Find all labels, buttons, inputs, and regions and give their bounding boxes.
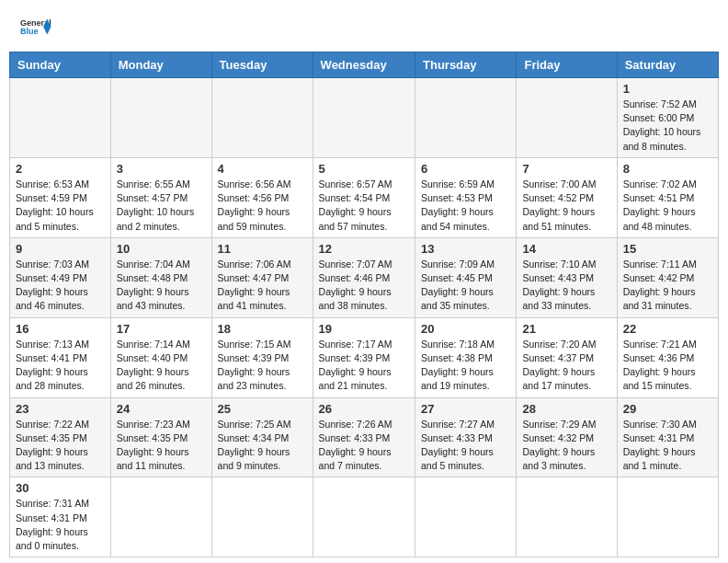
- calendar-day-cell: [110, 477, 211, 557]
- day-info: Sunrise: 7:22 AM Sunset: 4:35 PM Dayligh…: [16, 418, 105, 474]
- day-number: 11: [218, 242, 307, 256]
- calendar-day-cell: 13Sunrise: 7:09 AM Sunset: 4:45 PM Dayli…: [415, 237, 517, 317]
- calendar-day-cell: [415, 477, 517, 557]
- day-number: 28: [522, 402, 610, 416]
- calendar-day-cell: 19Sunrise: 7:17 AM Sunset: 4:39 PM Dayli…: [313, 317, 415, 397]
- calendar-day-cell: 22Sunrise: 7:21 AM Sunset: 4:36 PM Dayli…: [617, 317, 718, 397]
- calendar-day-cell: [617, 477, 718, 557]
- day-of-week-header: Tuesday: [211, 52, 313, 78]
- day-number: 20: [421, 322, 510, 336]
- calendar-day-cell: 18Sunrise: 7:15 AM Sunset: 4:39 PM Dayli…: [211, 317, 313, 397]
- calendar-table: SundayMondayTuesdayWednesdayThursdayFrid…: [9, 52, 719, 557]
- day-info: Sunrise: 7:29 AM Sunset: 4:32 PM Dayligh…: [522, 418, 610, 474]
- calendar-week-row: 9Sunrise: 7:03 AM Sunset: 4:49 PM Daylig…: [10, 237, 719, 317]
- generalblue-logo-icon: General Blue: [18, 14, 51, 40]
- calendar-week-row: 2Sunrise: 6:53 AM Sunset: 4:59 PM Daylig…: [10, 157, 719, 237]
- day-info: Sunrise: 7:02 AM Sunset: 4:51 PM Dayligh…: [623, 178, 712, 234]
- calendar-day-cell: 4Sunrise: 6:56 AM Sunset: 4:56 PM Daylig…: [211, 157, 313, 237]
- svg-text:Blue: Blue: [20, 27, 39, 36]
- day-info: Sunrise: 6:56 AM Sunset: 4:56 PM Dayligh…: [218, 178, 307, 234]
- day-info: Sunrise: 6:55 AM Sunset: 4:57 PM Dayligh…: [117, 178, 206, 234]
- day-number: 19: [319, 322, 409, 336]
- day-number: 27: [421, 402, 510, 416]
- day-of-week-header: Sunday: [10, 52, 111, 78]
- day-number: 18: [218, 322, 307, 336]
- day-number: 16: [16, 322, 105, 336]
- day-info: Sunrise: 7:25 AM Sunset: 4:34 PM Dayligh…: [218, 418, 307, 474]
- day-number: 24: [117, 402, 206, 416]
- day-info: Sunrise: 7:04 AM Sunset: 4:48 PM Dayligh…: [117, 258, 206, 314]
- day-info: Sunrise: 6:53 AM Sunset: 4:59 PM Dayligh…: [16, 178, 105, 234]
- day-number: 14: [522, 242, 610, 256]
- day-of-week-header: Wednesday: [313, 52, 415, 78]
- calendar-day-cell: 7Sunrise: 7:00 AM Sunset: 4:52 PM Daylig…: [517, 157, 617, 237]
- day-of-week-header: Saturday: [617, 52, 718, 78]
- calendar-day-cell: 11Sunrise: 7:06 AM Sunset: 4:47 PM Dayli…: [211, 237, 313, 317]
- day-number: 25: [218, 402, 307, 416]
- calendar-day-cell: 24Sunrise: 7:23 AM Sunset: 4:35 PM Dayli…: [110, 397, 211, 477]
- day-info: Sunrise: 7:15 AM Sunset: 4:39 PM Dayligh…: [218, 338, 307, 394]
- day-number: 1: [623, 82, 712, 96]
- calendar-day-cell: 29Sunrise: 7:30 AM Sunset: 4:31 PM Dayli…: [617, 397, 718, 477]
- calendar-day-cell: 16Sunrise: 7:13 AM Sunset: 4:41 PM Dayli…: [10, 317, 111, 397]
- day-number: 23: [16, 402, 105, 416]
- calendar-day-cell: 3Sunrise: 6:55 AM Sunset: 4:57 PM Daylig…: [110, 157, 211, 237]
- day-info: Sunrise: 7:21 AM Sunset: 4:36 PM Dayligh…: [623, 338, 712, 394]
- day-info: Sunrise: 7:27 AM Sunset: 4:33 PM Dayligh…: [421, 418, 510, 474]
- calendar-day-cell: 30Sunrise: 7:31 AM Sunset: 4:31 PM Dayli…: [10, 477, 111, 557]
- day-info: Sunrise: 7:14 AM Sunset: 4:40 PM Dayligh…: [117, 338, 206, 394]
- day-number: 10: [117, 242, 206, 256]
- calendar-day-cell: [313, 477, 415, 557]
- day-number: 3: [117, 162, 206, 176]
- logo: General Blue: [18, 14, 51, 40]
- day-number: 15: [623, 242, 712, 256]
- day-number: 7: [522, 162, 610, 176]
- calendar-day-cell: [211, 78, 313, 158]
- calendar-day-cell: 27Sunrise: 7:27 AM Sunset: 4:33 PM Dayli…: [415, 397, 517, 477]
- day-info: Sunrise: 7:52 AM Sunset: 6:00 PM Dayligh…: [623, 98, 712, 154]
- day-number: 13: [421, 242, 510, 256]
- day-info: Sunrise: 7:10 AM Sunset: 4:43 PM Dayligh…: [522, 258, 610, 314]
- calendar-day-cell: [10, 78, 111, 158]
- day-number: 30: [16, 481, 105, 495]
- day-number: 5: [319, 162, 409, 176]
- calendar-day-cell: 21Sunrise: 7:20 AM Sunset: 4:37 PM Dayli…: [517, 317, 617, 397]
- day-info: Sunrise: 7:03 AM Sunset: 4:49 PM Dayligh…: [16, 258, 105, 314]
- day-number: 8: [623, 162, 712, 176]
- day-number: 9: [16, 242, 105, 256]
- day-info: Sunrise: 7:30 AM Sunset: 4:31 PM Dayligh…: [623, 418, 712, 474]
- day-info: Sunrise: 7:09 AM Sunset: 4:45 PM Dayligh…: [421, 258, 510, 314]
- day-number: 21: [522, 322, 610, 336]
- calendar-day-cell: [517, 78, 617, 158]
- calendar-day-cell: 14Sunrise: 7:10 AM Sunset: 4:43 PM Dayli…: [517, 237, 617, 317]
- calendar-week-row: 30Sunrise: 7:31 AM Sunset: 4:31 PM Dayli…: [10, 477, 719, 557]
- page-header: General Blue: [9, 9, 719, 44]
- calendar-week-row: 23Sunrise: 7:22 AM Sunset: 4:35 PM Dayli…: [10, 397, 719, 477]
- day-info: Sunrise: 7:23 AM Sunset: 4:35 PM Dayligh…: [117, 418, 206, 474]
- calendar-day-cell: 26Sunrise: 7:26 AM Sunset: 4:33 PM Dayli…: [313, 397, 415, 477]
- day-number: 6: [421, 162, 510, 176]
- day-number: 29: [623, 402, 712, 416]
- day-info: Sunrise: 7:13 AM Sunset: 4:41 PM Dayligh…: [16, 338, 105, 394]
- day-number: 17: [117, 322, 206, 336]
- day-of-week-header: Thursday: [415, 52, 517, 78]
- day-info: Sunrise: 6:57 AM Sunset: 4:54 PM Dayligh…: [319, 178, 409, 234]
- calendar-day-cell: 6Sunrise: 6:59 AM Sunset: 4:53 PM Daylig…: [415, 157, 517, 237]
- calendar-day-cell: 15Sunrise: 7:11 AM Sunset: 4:42 PM Dayli…: [617, 237, 718, 317]
- day-of-week-header: Friday: [517, 52, 617, 78]
- calendar-day-cell: 28Sunrise: 7:29 AM Sunset: 4:32 PM Dayli…: [517, 397, 617, 477]
- day-info: Sunrise: 7:07 AM Sunset: 4:46 PM Dayligh…: [319, 258, 409, 314]
- day-info: Sunrise: 7:31 AM Sunset: 4:31 PM Dayligh…: [16, 497, 105, 553]
- calendar-day-cell: 25Sunrise: 7:25 AM Sunset: 4:34 PM Dayli…: [211, 397, 313, 477]
- calendar-day-cell: 8Sunrise: 7:02 AM Sunset: 4:51 PM Daylig…: [617, 157, 718, 237]
- calendar-day-cell: 17Sunrise: 7:14 AM Sunset: 4:40 PM Dayli…: [110, 317, 211, 397]
- calendar-day-cell: 2Sunrise: 6:53 AM Sunset: 4:59 PM Daylig…: [10, 157, 111, 237]
- day-info: Sunrise: 7:00 AM Sunset: 4:52 PM Dayligh…: [522, 178, 610, 234]
- day-number: 26: [319, 402, 409, 416]
- calendar-day-cell: [313, 78, 415, 158]
- calendar-day-cell: 23Sunrise: 7:22 AM Sunset: 4:35 PM Dayli…: [10, 397, 111, 477]
- calendar-day-cell: [211, 477, 313, 557]
- calendar-day-cell: 1Sunrise: 7:52 AM Sunset: 6:00 PM Daylig…: [617, 78, 718, 158]
- calendar-week-row: 1Sunrise: 7:52 AM Sunset: 6:00 PM Daylig…: [10, 78, 719, 158]
- calendar-header-row: SundayMondayTuesdayWednesdayThursdayFrid…: [10, 52, 719, 78]
